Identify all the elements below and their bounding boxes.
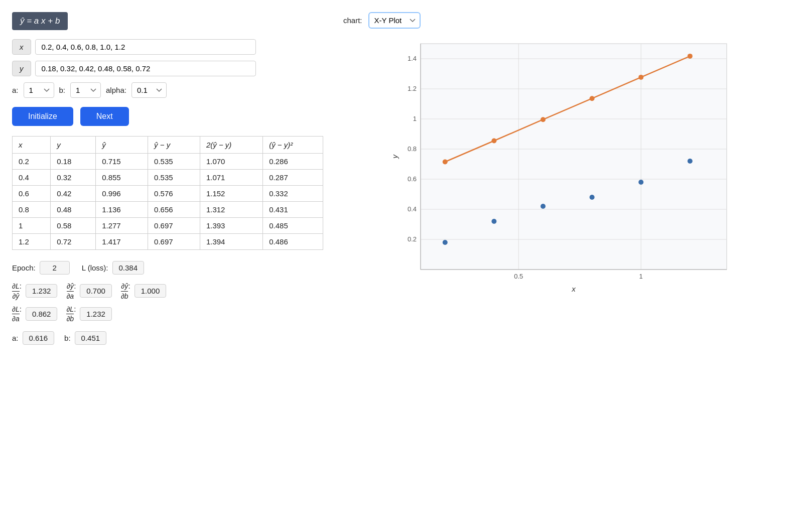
table-cell: 0.485 xyxy=(263,218,323,234)
a-param-label: a: xyxy=(12,86,19,94)
table-row: 0.40.320.8550.5351.0710.287 xyxy=(13,170,323,186)
table-cell: 1.277 xyxy=(96,218,148,234)
svg-text:y: y xyxy=(390,154,399,159)
result-b-value: 0.451 xyxy=(75,331,107,345)
alpha-select[interactable]: 0.1 0.01 0.5 xyxy=(131,82,167,98)
table-cell: 0.6 xyxy=(13,186,51,202)
dyhat-db-value: 1.000 xyxy=(135,284,167,298)
loss-label: L (loss): xyxy=(82,263,108,272)
table-cell: 1.070 xyxy=(200,154,262,170)
a-select[interactable]: 1 0.5 2 xyxy=(24,82,54,98)
epoch-label: Epoch: xyxy=(12,263,36,272)
dL-dyhat-value: 1.232 xyxy=(26,284,58,298)
formula-display: ŷ = a x + b xyxy=(12,12,68,30)
table-cell: 1.152 xyxy=(200,186,262,202)
table-cell: 0.4 xyxy=(13,170,51,186)
b-select[interactable]: 1 0.5 2 xyxy=(70,82,101,98)
svg-point-34 xyxy=(688,159,693,164)
chart-container: 0.20.40.60.811.21.40.51xy xyxy=(343,34,789,295)
y-label: y xyxy=(12,61,31,76)
svg-text:x: x xyxy=(571,285,576,293)
loss-value: 0.384 xyxy=(112,261,145,275)
table-cell: 0.48 xyxy=(51,202,96,218)
dL-db-label: ∂L∂b: xyxy=(66,305,76,324)
svg-text:1.2: 1.2 xyxy=(408,85,417,92)
svg-text:1.4: 1.4 xyxy=(408,55,417,62)
svg-point-32 xyxy=(590,195,595,200)
table-cell: 1.071 xyxy=(200,170,262,186)
svg-point-30 xyxy=(491,219,496,224)
next-button[interactable]: Next xyxy=(80,107,129,126)
table-cell: 1.136 xyxy=(96,202,148,218)
svg-point-29 xyxy=(443,240,448,245)
table-cell: 1.393 xyxy=(200,218,262,234)
table-cell: 0.32 xyxy=(51,170,96,186)
table-cell: 0.697 xyxy=(148,234,200,250)
svg-point-26 xyxy=(590,96,595,101)
svg-point-28 xyxy=(688,54,693,59)
b-param-label: b: xyxy=(59,86,66,94)
table-cell: 0.72 xyxy=(51,234,96,250)
table-cell: 0.18 xyxy=(51,154,96,170)
table-cell: 0.535 xyxy=(148,154,200,170)
x-label: x xyxy=(12,39,31,55)
table-cell: 1.2 xyxy=(13,234,51,250)
table-cell: 0.576 xyxy=(148,186,200,202)
svg-rect-0 xyxy=(421,44,727,270)
table-cell: 0.486 xyxy=(263,234,323,250)
table-cell: 0.332 xyxy=(263,186,323,202)
col-yhat: ŷ xyxy=(96,137,148,154)
table-cell: 1 xyxy=(13,218,51,234)
table-cell: 0.855 xyxy=(96,170,148,186)
table-cell: 0.42 xyxy=(51,186,96,202)
dyhat-db-label: ∂ŷ∂b: xyxy=(121,282,130,301)
chart-svg: 0.20.40.60.811.21.40.51xy xyxy=(343,34,789,295)
table-row: 0.60.420.9960.5761.1520.332 xyxy=(13,186,323,202)
svg-text:0.2: 0.2 xyxy=(408,235,417,243)
table-row: 0.80.481.1360.6561.3120.431 xyxy=(13,202,323,218)
dL-db-value: 1.232 xyxy=(80,307,112,321)
svg-text:0.4: 0.4 xyxy=(408,205,417,213)
y-input[interactable] xyxy=(35,61,256,76)
col-y: y xyxy=(51,137,96,154)
svg-point-27 xyxy=(638,75,643,80)
table-row: 10.581.2770.6971.3930.485 xyxy=(13,218,323,234)
dL-da-label: ∂L∂a: xyxy=(12,305,22,324)
chart-type-select[interactable]: X-Y Plot Loss Plot xyxy=(368,12,421,29)
table-cell: 0.58 xyxy=(51,218,96,234)
col-2yhat-y: 2(ŷ − y) xyxy=(200,137,262,154)
dL-dyhat-label: ∂L∂ŷ: xyxy=(12,282,22,301)
svg-text:0.5: 0.5 xyxy=(514,273,523,280)
table-row: 1.20.721.4170.6971.3940.486 xyxy=(13,234,323,250)
chart-label: chart: xyxy=(343,16,362,25)
table-cell: 0.287 xyxy=(263,170,323,186)
col-yhat-y: ŷ − y xyxy=(148,137,200,154)
table-cell: 0.431 xyxy=(263,202,323,218)
table-cell: 0.656 xyxy=(148,202,200,218)
alpha-param-label: alpha: xyxy=(106,86,126,94)
table-cell: 1.394 xyxy=(200,234,262,250)
table-cell: 0.996 xyxy=(96,186,148,202)
dL-da-value: 0.862 xyxy=(26,307,58,321)
svg-point-31 xyxy=(541,204,546,209)
dyhat-da-value: 0.700 xyxy=(80,284,112,298)
col-x: x xyxy=(13,137,51,154)
data-table: x y ŷ ŷ − y 2(ŷ − y) (ŷ − y)² 0.20.180.7… xyxy=(12,136,323,250)
initialize-button[interactable]: Initialize xyxy=(12,107,73,126)
dyhat-da-label: ∂ŷ∂a: xyxy=(66,282,76,301)
table-cell: 0.697 xyxy=(148,218,200,234)
table-cell: 0.535 xyxy=(148,170,200,186)
table-cell: 0.2 xyxy=(13,154,51,170)
table-cell: 1.312 xyxy=(200,202,262,218)
table-cell: 1.417 xyxy=(96,234,148,250)
result-a-label: a: xyxy=(12,334,19,342)
table-cell: 0.8 xyxy=(13,202,51,218)
svg-point-25 xyxy=(541,117,546,122)
table-row: 0.20.180.7150.5351.0700.286 xyxy=(13,154,323,170)
x-input[interactable] xyxy=(35,39,256,55)
svg-point-24 xyxy=(491,139,496,144)
table-cell: 0.286 xyxy=(263,154,323,170)
svg-text:0.8: 0.8 xyxy=(408,145,417,153)
table-cell: 0.715 xyxy=(96,154,148,170)
result-a-value: 0.616 xyxy=(23,331,55,345)
